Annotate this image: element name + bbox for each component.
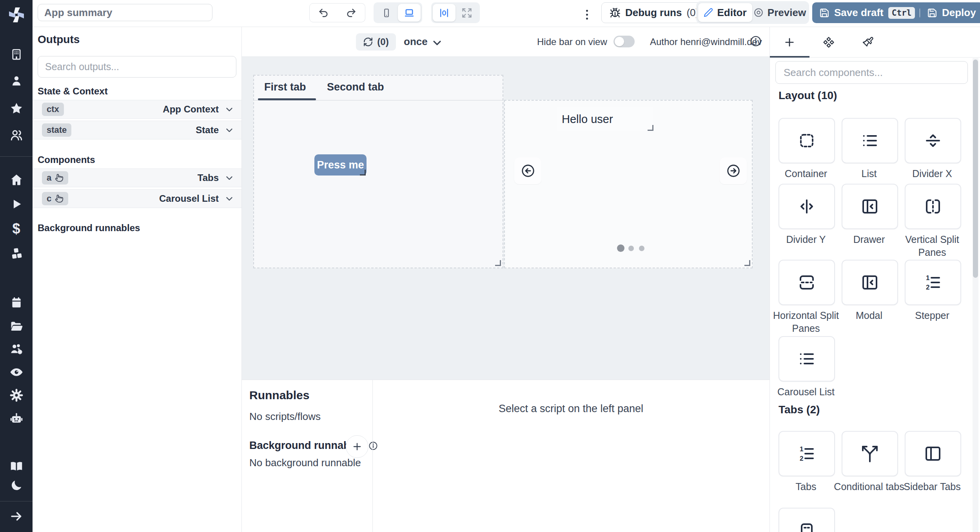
component-a-label: Tabs [198, 172, 219, 183]
tab-preview[interactable]: Preview [752, 3, 807, 22]
search-outputs-input[interactable] [38, 56, 236, 78]
layout-section-heading: Layout (10) [779, 89, 837, 102]
component-card-divider-y[interactable] [779, 184, 835, 229]
tab-styling[interactable] [848, 27, 887, 58]
search-components-input[interactable] [775, 61, 968, 84]
component-card-modal[interactable] [842, 260, 898, 305]
chevron-down-icon[interactable] [224, 125, 234, 135]
deploy-label: Deploy [942, 7, 976, 19]
sidebar-item-users[interactable] [0, 128, 33, 142]
component-card-vertical-split[interactable] [905, 184, 961, 229]
component-card-label: Drawer [834, 233, 904, 246]
deploy-button[interactable]: Deploy [920, 2, 980, 23]
canvas-grid[interactable]: First tab Second tab Press me Hello user [242, 57, 769, 380]
sidebar-item-workers[interactable] [0, 412, 33, 426]
center-canvas-button[interactable] [433, 4, 456, 22]
component-card-clipped[interactable] [779, 508, 835, 532]
sidebar-item-runs[interactable] [0, 197, 33, 211]
building-icon [10, 48, 23, 61]
ctx-badge: ctx [42, 103, 64, 116]
component-card-sidebar-tabs[interactable] [905, 431, 961, 476]
sidebar-item-favorites[interactable] [0, 101, 33, 116]
hide-bar-toggle[interactable] [613, 36, 635, 47]
app-summary-input[interactable] [38, 4, 212, 21]
sidebar-item-schedules[interactable] [0, 296, 33, 309]
component-card-conditional-tabs[interactable] [842, 431, 898, 476]
info-icon[interactable] [368, 441, 378, 451]
boxes-icon [9, 246, 24, 261]
component-card-carousel-list[interactable] [779, 336, 835, 382]
redo-button[interactable] [337, 3, 365, 22]
component-card-label: Container [771, 167, 841, 180]
chevron-down-icon[interactable] [224, 104, 234, 114]
sidebar-item-home[interactable] [0, 173, 33, 187]
tabs-icon: 12 [797, 444, 816, 463]
scrollbar-thumb[interactable] [973, 60, 978, 278]
expand-canvas-button[interactable] [456, 4, 478, 22]
tab-insert-component[interactable] [770, 27, 809, 58]
pointer-hand-icon [55, 174, 64, 182]
run-mode-label[interactable]: once [404, 36, 428, 48]
output-row-ctx[interactable]: ctx App Context [33, 100, 241, 119]
tab-second[interactable]: Second tab [327, 81, 384, 93]
component-card-container[interactable] [779, 118, 835, 163]
sidebar-item-variables[interactable]: $ [0, 222, 33, 236]
component-card-horizontal-split[interactable] [779, 260, 835, 305]
drawer-icon [860, 197, 879, 216]
output-row-state[interactable]: state State [33, 121, 241, 139]
output-row-component-a[interactable]: a Tabs [33, 168, 241, 187]
info-icon[interactable] [750, 35, 762, 47]
sidebar-item-workspace[interactable] [0, 48, 33, 61]
output-row-component-c[interactable]: c Carousel List [33, 189, 241, 208]
sidebar-item-resources[interactable] [0, 246, 33, 261]
tab-editor[interactable]: Editor [698, 3, 752, 22]
run-mode-chevron-icon[interactable] [431, 36, 443, 49]
undo-button[interactable] [309, 3, 338, 22]
sidebar-item-audit[interactable] [0, 365, 33, 379]
svg-text:1: 1 [926, 274, 929, 282]
tabs-component[interactable]: First tab Second tab Press me [253, 75, 503, 268]
debug-runs-button[interactable]: Debug runs (0) [601, 2, 707, 23]
hello-user-text[interactable]: Hello user [557, 107, 653, 131]
carousel-dot[interactable] [628, 246, 634, 251]
carousel-next-button[interactable] [720, 157, 747, 184]
tab-component-settings[interactable] [809, 27, 848, 58]
carousel-prev-button[interactable] [514, 157, 541, 184]
sidebar-expand[interactable] [0, 509, 33, 523]
more-menu-button[interactable] [583, 7, 591, 23]
mobile-view-button[interactable] [375, 4, 398, 22]
button-resize-handle[interactable] [360, 170, 366, 176]
text-resize-handle[interactable] [648, 125, 653, 131]
sidebar-item-theme[interactable] [0, 479, 33, 492]
hello-user-label: Hello user [562, 113, 613, 126]
state-context-heading: State & Context [38, 86, 108, 97]
add-background-runnable-button[interactable] [346, 435, 368, 458]
chevron-down-icon[interactable] [224, 194, 234, 204]
component-card-list[interactable] [842, 118, 898, 163]
windmill-logo[interactable] [0, 5, 33, 24]
component-card-label: List [834, 167, 904, 180]
sidebar-item-user[interactable] [0, 74, 33, 87]
sidebar-item-folders[interactable] [0, 319, 33, 333]
component-card-divider-x[interactable] [905, 118, 961, 163]
component-resize-handle[interactable] [744, 260, 750, 266]
component-card-label: Modal [834, 309, 904, 322]
carousel-component[interactable]: Hello user [504, 100, 753, 268]
tab-first[interactable]: First tab [264, 81, 306, 93]
carousel-dot[interactable] [639, 246, 644, 251]
sidebar-item-groups[interactable] [0, 342, 33, 356]
press-me-button[interactable]: Press me [314, 154, 367, 176]
sidebar-item-settings[interactable] [0, 388, 33, 402]
editor-preview-toggle: Editor Preview [696, 1, 809, 24]
component-resize-handle[interactable] [495, 260, 501, 266]
component-card-label: Vertical Split Panes [897, 233, 967, 259]
chevron-down-icon[interactable] [224, 173, 234, 183]
sidebar-item-docs[interactable] [0, 459, 33, 473]
carousel-dot-active[interactable] [617, 244, 624, 252]
component-card-stepper[interactable]: 12 [905, 260, 961, 305]
preview-label: Preview [768, 7, 806, 19]
desktop-view-button[interactable] [398, 4, 421, 22]
component-card-drawer[interactable] [842, 184, 898, 229]
refresh-button[interactable]: (0) [356, 33, 396, 51]
component-card-tabs[interactable]: 12 [779, 431, 835, 476]
